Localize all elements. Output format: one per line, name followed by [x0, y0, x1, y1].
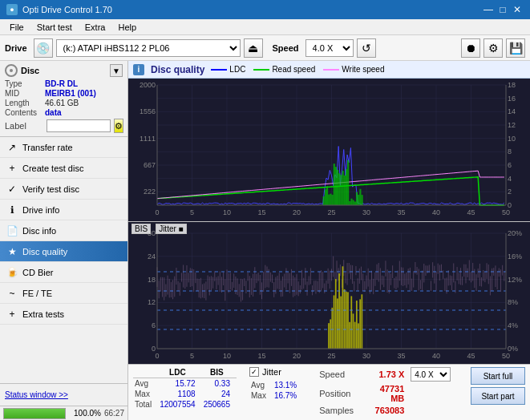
sidebar-item-disc-info[interactable]: 📄 Disc info: [0, 220, 127, 241]
bottom-chart: BIS Jitter ■: [128, 222, 530, 365]
sidebar-item-label: Create test disc: [22, 164, 83, 173]
jitter-label-text: Jitter: [262, 367, 281, 377]
stats-total-label: Total: [133, 399, 158, 410]
legend-write-speed-color: [323, 69, 339, 71]
stats-avg-bis: 0.33: [202, 378, 237, 390]
jitter-avg-label: Avg: [249, 380, 273, 390]
legend-write-speed-label: Write speed: [342, 65, 384, 74]
settings-button[interactable]: ⚙: [483, 38, 503, 58]
sidebar-item-label: Verify test disc: [22, 184, 79, 194]
speed-label: Speed: [273, 43, 299, 53]
sidebar-item-cd-bier[interactable]: 🍺 CD Bier: [0, 262, 127, 283]
transfer-rate-icon: ↗: [6, 142, 18, 153]
chart-legend: LDC Read speed Write speed: [211, 65, 384, 74]
stats-max-bis: 24: [202, 389, 237, 399]
jitter-header: ✓ Jitter: [249, 367, 303, 377]
title-bar-left: ● Opti Drive Control 1.70: [6, 4, 112, 15]
disc-mid-label: MID: [5, 89, 43, 98]
samples-row: Samples 763083: [319, 406, 451, 415]
drive-icon-btn[interactable]: 💿: [34, 38, 53, 58]
speed-position-section: Speed 1.73 X 4.0 X 1.0 X 2.0 X Position …: [319, 367, 451, 415]
legend-read-speed-label: Read speed: [272, 65, 315, 74]
menu-bar: File Start test Extra Help: [0, 19, 530, 35]
menu-help[interactable]: Help: [111, 21, 143, 34]
menu-extra[interactable]: Extra: [79, 21, 112, 34]
legend-ldc: LDC: [211, 65, 245, 74]
legend-ldc-color: [211, 69, 227, 71]
sidebar-item-transfer-rate[interactable]: ↗ Transfer rate: [0, 137, 127, 158]
chart-footer: LDC BIS Avg 15.72 0.33 Max 1108 24 Total…: [128, 364, 530, 420]
maximize-button[interactable]: □: [496, 3, 509, 16]
time-display: 66:27: [104, 409, 124, 418]
drive-info-icon: ℹ: [6, 204, 18, 216]
stats-avg-ldc: 15.72: [158, 378, 202, 390]
stats-max-ldc: 1108: [158, 389, 202, 399]
start-full-button[interactable]: Start full: [471, 367, 525, 385]
disc-mid-value: MEIRB1 (001): [45, 89, 96, 98]
minimize-button[interactable]: —: [482, 3, 495, 16]
sidebar-item-drive-info[interactable]: ℹ Drive info: [0, 200, 127, 220]
sidebar-item-verify-test-disc[interactable]: ✓ Verify test disc: [0, 179, 127, 200]
bis-label: BIS: [131, 224, 151, 234]
chart-title: Disc quality: [151, 64, 204, 75]
disc-label-input[interactable]: [47, 119, 111, 132]
cd-bier-icon: 🍺: [6, 267, 18, 278]
menu-start-test[interactable]: Start test: [30, 21, 79, 34]
speed-row: Speed 1.73 X 4.0 X 1.0 X 2.0 X: [319, 367, 451, 382]
speed-select[interactable]: 4.0 X 1.0 X 2.0 X 8.0 X MAX: [305, 39, 354, 57]
drive-select[interactable]: (k:) ATAPI iHBS112 2 PL06: [56, 39, 241, 57]
bottom-chart-canvas: [128, 222, 530, 365]
sidebar-item-label: Drive info: [22, 205, 59, 215]
stats-total-ldc: 12007554: [158, 399, 202, 410]
stats-avg-label: Avg: [133, 378, 158, 390]
disc-panel-header: Disc ▼: [5, 64, 123, 77]
speed-row-select[interactable]: 4.0 X 1.0 X 2.0 X: [411, 367, 451, 382]
sidebar-item-fe-te[interactable]: ~ FE / TE: [0, 283, 127, 304]
status-window-btn[interactable]: Status window >>: [5, 390, 68, 399]
menu-file[interactable]: File: [3, 21, 30, 34]
disc-info-icon: 📄: [6, 225, 18, 236]
disc-mid-row: MID MEIRB1 (001): [5, 89, 123, 98]
disc-length-row: Length 46.61 GB: [5, 99, 123, 107]
sidebar-nav: ↗ Transfer rate + Create test disc ✓ Ver…: [0, 137, 127, 383]
window-controls: — □ ✕: [482, 3, 524, 16]
sidebar-item-label: Extra tests: [22, 309, 64, 319]
sidebar-item-disc-quality[interactable]: ★ Disc quality: [0, 241, 127, 262]
progress-bar-row: 100.0% 66:27: [0, 406, 127, 420]
samples-row-label: Samples: [319, 406, 358, 415]
disc-contents-row: Contents data: [5, 108, 123, 117]
sidebar-item-extra-tests[interactable]: + Extra tests: [0, 304, 127, 325]
app-icon: ●: [6, 4, 18, 15]
jitter-stats-section: ✓ Jitter Avg 13.1% Max 16.7%: [249, 367, 303, 401]
disc-label-btn[interactable]: ⚙: [114, 119, 123, 133]
disc-type-value: BD-R DL: [45, 79, 78, 88]
fe-te-icon: ~: [6, 288, 18, 299]
create-test-disc-icon: +: [6, 163, 18, 174]
app-title: Opti Drive Control 1.70: [22, 5, 112, 14]
progress-bar-fill: [4, 409, 65, 418]
record-button[interactable]: ⏺: [461, 38, 480, 58]
disc-options-btn[interactable]: ▼: [110, 64, 123, 77]
jitter-avg-value: 13.1%: [273, 380, 303, 390]
legend-read-speed-color: [253, 69, 269, 71]
start-part-button[interactable]: Start part: [471, 387, 525, 405]
close-button[interactable]: ✕: [511, 3, 524, 16]
toolbar: Drive 💿 (k:) ATAPI iHBS112 2 PL06 ⏏ Spee…: [0, 35, 530, 61]
start-buttons: Start full Start part: [471, 367, 525, 405]
disc-type-label: Type: [5, 79, 43, 88]
sidebar: Disc ▼ Type BD-R DL MID MEIRB1 (001) Len…: [0, 61, 128, 420]
legend-write-speed: Write speed: [323, 65, 384, 74]
bis-chart-header: BIS Jitter ■: [131, 224, 187, 234]
samples-row-value: 763083: [364, 406, 404, 415]
stats-table: LDC BIS Avg 15.72 0.33 Max 1108 24 Total…: [133, 367, 237, 410]
status-bar: Status window >>: [0, 383, 127, 406]
disc-type-row: Type BD-R DL: [5, 79, 123, 88]
eject-button[interactable]: ⏏: [244, 38, 263, 58]
sidebar-item-label: Disc quality: [22, 247, 67, 256]
refresh-button[interactable]: ↺: [357, 38, 376, 58]
sidebar-item-create-test-disc[interactable]: + Create test disc: [0, 158, 127, 179]
save-button[interactable]: 💾: [506, 38, 525, 58]
top-chart: [128, 79, 530, 222]
jitter-checkbox[interactable]: ✓: [249, 367, 259, 377]
main-content: Disc ▼ Type BD-R DL MID MEIRB1 (001) Len…: [0, 61, 530, 420]
